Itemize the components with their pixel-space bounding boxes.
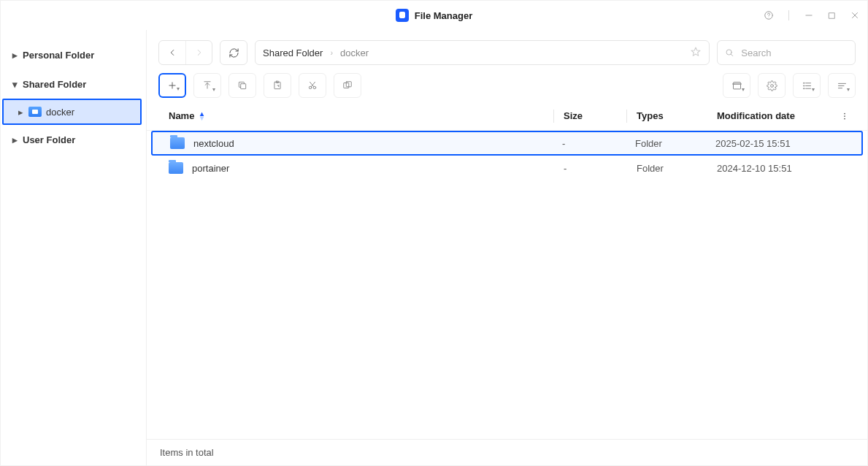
duplicate-button[interactable] <box>334 73 361 98</box>
file-date: 2024-12-10 15:51 <box>717 163 834 174</box>
paste-button[interactable] <box>264 73 291 98</box>
chevron-down-icon: ▾ <box>742 86 745 93</box>
separator <box>788 10 789 20</box>
status-text: Items in total <box>160 447 214 458</box>
status-bar: Items in total <box>147 439 867 465</box>
svg-point-36 <box>844 112 845 114</box>
file-list: nextcloud - Folder 2025-02-15 15:51 port… <box>147 131 867 439</box>
file-size: - <box>564 163 637 174</box>
search-input[interactable] <box>740 47 848 59</box>
svg-point-30 <box>803 83 804 83</box>
view-list-button[interactable]: ▾ <box>793 73 821 98</box>
folder-icon <box>170 137 185 149</box>
chevron-right-icon: ▸ <box>17 107 24 118</box>
search-icon <box>725 47 734 58</box>
toolbar-actions: ▾ ▾ <box>147 65 867 102</box>
sort-button[interactable]: ▾ <box>828 73 856 98</box>
column-header-types[interactable]: Types <box>637 110 717 121</box>
chevron-right-icon: ▸ <box>11 50 18 61</box>
sidebar-item-shared-folder[interactable]: ▾ Shared Folder <box>1 69 146 99</box>
column-label: Types <box>637 110 664 121</box>
column-options-button[interactable] <box>834 111 856 121</box>
copy-button[interactable] <box>228 73 256 98</box>
svg-point-26 <box>770 84 773 87</box>
file-name: portainer <box>192 163 229 174</box>
sidebar: ▸ Personal Folder ▾ Shared Folder ▸ dock… <box>1 30 147 465</box>
table-row[interactable]: nextcloud - Folder 2025-02-15 15:51 <box>151 131 863 156</box>
svg-rect-3 <box>829 12 835 18</box>
shared-folder-icon <box>28 107 42 117</box>
toolbar-navigation: Shared Folder › docker <box>147 30 867 65</box>
chevron-down-icon: ▾ <box>177 85 180 92</box>
sidebar-item-label: User Folder <box>23 134 75 145</box>
chevron-down-icon: ▾ <box>812 86 815 93</box>
nav-forward-button[interactable] <box>185 41 212 64</box>
upload-button[interactable]: ▾ <box>193 73 221 98</box>
file-size: - <box>562 138 635 149</box>
chevron-down-icon: ▾ <box>11 79 18 90</box>
file-type: Folder <box>635 138 715 149</box>
file-name: nextcloud <box>193 138 234 149</box>
close-button[interactable] <box>850 10 860 20</box>
archive-button[interactable]: ▾ <box>723 73 750 98</box>
svg-point-37 <box>844 115 845 117</box>
chevron-right-icon: ▸ <box>11 134 18 145</box>
maximize-button[interactable] <box>827 11 837 20</box>
column-header-date[interactable]: Modification date <box>717 110 834 121</box>
svg-rect-24 <box>733 84 740 89</box>
sidebar-item-docker[interactable]: ▸ docker <box>2 99 142 125</box>
chevron-down-icon: ▾ <box>847 86 850 93</box>
table-row[interactable]: portainer - Folder 2024-12-10 15:51 <box>151 156 863 180</box>
breadcrumb-segment[interactable]: Shared Folder <box>263 47 323 58</box>
folder-icon <box>169 162 183 174</box>
settings-button[interactable] <box>758 73 786 98</box>
file-date: 2025-02-15 15:51 <box>715 138 832 149</box>
svg-point-1 <box>769 18 769 18</box>
app-icon <box>396 9 409 22</box>
svg-rect-13 <box>241 84 246 89</box>
column-header-name[interactable]: Name ▴▾ <box>158 110 564 121</box>
column-header-size[interactable]: Size <box>564 110 637 121</box>
sidebar-item-user-folder[interactable]: ▸ User Folder <box>1 125 146 154</box>
sidebar-item-label: Personal Folder <box>23 50 94 61</box>
minimize-button[interactable] <box>804 10 814 20</box>
chevron-down-icon: ▾ <box>212 86 215 93</box>
svg-line-8 <box>731 54 733 56</box>
help-button[interactable] <box>764 10 774 20</box>
sidebar-item-label: Shared Folder <box>23 79 86 90</box>
column-label: Modification date <box>717 110 795 121</box>
chevron-right-icon: › <box>330 48 333 57</box>
titlebar: File Manager <box>1 1 867 30</box>
sort-indicator-icon: ▴▾ <box>200 112 204 121</box>
table-header: Name ▴▾ Size Types Modification date <box>147 102 867 131</box>
svg-point-32 <box>803 88 804 88</box>
svg-point-31 <box>803 85 804 85</box>
svg-marker-6 <box>691 47 700 56</box>
sidebar-item-personal-folder[interactable]: ▸ Personal Folder <box>1 40 146 69</box>
sidebar-item-label: docker <box>46 107 74 118</box>
separator <box>553 110 554 123</box>
nav-back-button[interactable] <box>159 41 185 64</box>
search-box[interactable] <box>717 40 856 65</box>
column-label: Name <box>169 110 194 121</box>
favorite-star-button[interactable] <box>690 46 702 60</box>
app-title: File Manager <box>415 10 472 21</box>
separator <box>626 110 627 123</box>
breadcrumb: Shared Folder › docker <box>255 40 710 65</box>
svg-point-38 <box>844 118 845 119</box>
breadcrumb-segment-current[interactable]: docker <box>340 47 369 58</box>
refresh-button[interactable] <box>220 40 247 65</box>
file-type: Folder <box>637 163 717 174</box>
cut-button[interactable] <box>299 73 326 98</box>
column-label: Size <box>564 110 583 121</box>
new-button[interactable]: ▾ <box>158 73 186 98</box>
